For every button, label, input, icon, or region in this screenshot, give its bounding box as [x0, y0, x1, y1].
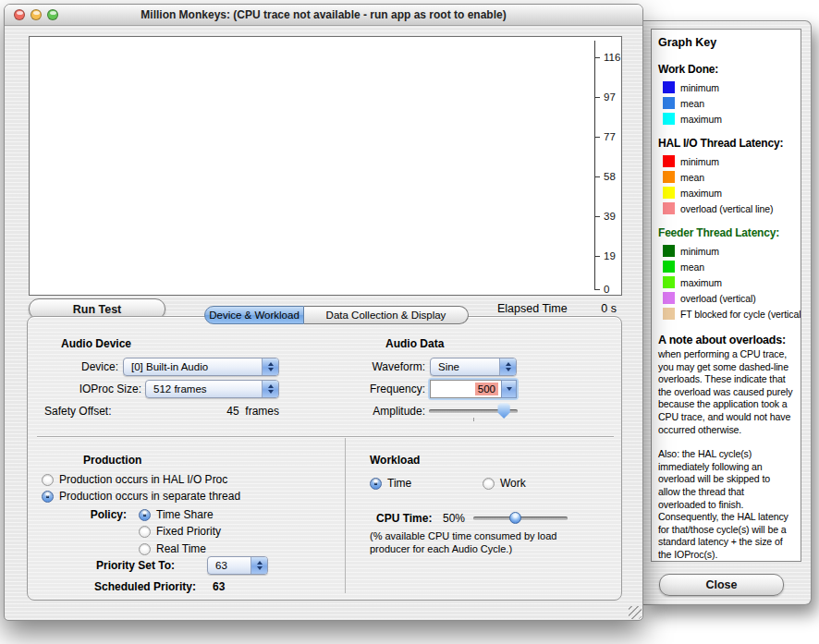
legend-swatch	[663, 113, 675, 125]
y-tick: 77	[594, 131, 616, 142]
cpu-time-value: 50%	[443, 512, 465, 525]
legend-swatch	[663, 292, 675, 304]
legend-item: minimum	[658, 79, 793, 95]
legend-item: minimum	[658, 243, 793, 259]
cpu-time-slider[interactable]	[473, 516, 568, 520]
frequency-combo[interactable]: 500	[430, 380, 517, 398]
legend-section-header-hal-latency: HAL I/O Thread Latency:	[658, 137, 793, 150]
overloads-note-paragraph-1: when performing a CPU trace, you may get…	[658, 348, 793, 436]
frequency-dropdown-icon[interactable]	[501, 380, 517, 398]
audio-data-header: Audio Data	[385, 337, 444, 350]
divider	[345, 438, 346, 593]
legend-swatch	[663, 276, 675, 288]
legend-swatch	[663, 187, 675, 199]
legend-item: overload (vertical line)	[658, 200, 793, 216]
tab-data-collection-display[interactable]: Data Collection & Display	[304, 306, 469, 324]
legend-item: FT blocked for cycle (vertical)	[658, 306, 793, 322]
cpu-time-label: CPU Time:	[376, 512, 432, 525]
graph-key-drawer: Graph Key Work Done: minimum mean maximu…	[642, 20, 812, 605]
waveform-popup[interactable]: Sine	[430, 358, 517, 376]
y-tick: 0	[594, 284, 609, 295]
graph-key-panel: Graph Key Work Done: minimum mean maximu…	[651, 29, 801, 562]
graph-key-title: Graph Key	[658, 36, 793, 49]
legend-swatch	[663, 261, 675, 273]
tab-bar: Device & Workload Data Collection & Disp…	[204, 306, 469, 324]
radio-workload-time[interactable]	[370, 478, 382, 490]
device-label: Device:	[81, 360, 118, 373]
priority-popup[interactable]: 63	[207, 556, 268, 575]
ioproc-size-popup[interactable]: 512 frames	[145, 380, 279, 398]
amplitude-slider[interactable]	[429, 409, 518, 413]
legend-section-header-feeder-latency: Feeder Thread Latency:	[658, 226, 793, 239]
amplitude-slider-thumb[interactable]	[497, 403, 511, 419]
audio-device-header: Audio Device	[61, 337, 131, 350]
legend-swatch	[663, 202, 675, 214]
radio-policy-fixed-priority[interactable]	[139, 526, 151, 538]
legend-swatch	[663, 155, 675, 167]
close-window-icon[interactable]	[14, 9, 25, 20]
y-tick: 58	[594, 171, 616, 182]
device-workload-panel: Audio Device Device: [0] Built-in Audio …	[27, 316, 622, 601]
elapsed-time-value: 0 s	[601, 302, 617, 315]
radio-production-hal[interactable]	[42, 474, 54, 486]
desktop: Graph Key Work Done: minimum mean maximu…	[0, 0, 819, 644]
overloads-note-paragraph-2: Also: the HAL cycle(s) immediately follo…	[658, 448, 793, 561]
close-button[interactable]: Close	[659, 574, 784, 596]
graph-plot-area: 116 97 77 58 39 19 0	[29, 36, 622, 296]
elapsed-time-label: Elapsed Time	[497, 302, 568, 315]
legend-section-header-work-done: Work Done:	[658, 63, 793, 76]
amplitude-slider-tick	[473, 418, 474, 421]
popup-stepper-icon	[262, 358, 278, 375]
popup-stepper-icon	[251, 557, 267, 574]
waveform-label: Waveform:	[372, 360, 425, 373]
minimize-window-icon[interactable]	[31, 9, 42, 20]
y-tick: 19	[594, 250, 616, 261]
legend-item: mean	[658, 169, 793, 185]
main-window: Million Monkeys: (CPU trace not availabl…	[4, 4, 643, 621]
legend-item: maximum	[658, 274, 793, 290]
radio-workload-work[interactable]	[483, 478, 495, 490]
y-tick: 116	[594, 52, 620, 63]
cpu-time-slider-thumb[interactable]	[509, 512, 521, 524]
production-header: Production	[83, 454, 141, 467]
frequency-field[interactable]: 500	[430, 380, 501, 398]
legend-swatch	[663, 81, 675, 93]
zoom-window-icon[interactable]	[47, 9, 58, 20]
legend-item: overload (vertical)	[658, 290, 793, 306]
legend-item: mean	[658, 259, 793, 274]
window-title: Million Monkeys: (CPU trace not availabl…	[60, 5, 587, 25]
popup-stepper-icon	[499, 358, 516, 375]
y-tick: 39	[594, 211, 616, 222]
radio-production-thread[interactable]	[42, 491, 54, 503]
frequency-value: 500	[475, 383, 498, 395]
title-bar[interactable]: Million Monkeys: (CPU trace not availabl…	[5, 5, 642, 26]
scheduled-priority-value: 63	[213, 580, 225, 593]
tab-device-workload[interactable]: Device & Workload	[204, 306, 304, 324]
legend-swatch	[663, 171, 675, 183]
safety-offset-label: Safety Offset:	[44, 405, 111, 418]
radio-policy-time-share[interactable]	[139, 509, 151, 521]
legend-swatch	[663, 308, 675, 320]
policy-label: Policy:	[91, 508, 127, 521]
divider	[37, 436, 614, 438]
radio-policy-real-time[interactable]	[139, 543, 151, 555]
cpu-time-note: (% available CPU time consumed by load p…	[370, 530, 556, 555]
legend-swatch	[663, 245, 675, 257]
priority-set-to-label: Priority Set To:	[96, 559, 175, 572]
ioproc-size-label: IOProc Size:	[79, 383, 141, 395]
y-tick: 97	[594, 91, 616, 103]
device-popup[interactable]: [0] Built-in Audio	[123, 358, 279, 376]
legend-item: maximum	[658, 111, 793, 127]
safety-offset-value: 45 frames	[226, 405, 279, 418]
scheduled-priority-label: Scheduled Priority:	[94, 580, 196, 593]
resize-grip[interactable]	[629, 606, 642, 619]
workload-header: Workload	[370, 454, 420, 467]
legend-swatch	[663, 97, 675, 109]
popup-stepper-icon	[262, 381, 278, 397]
legend-item: minimum	[658, 153, 793, 169]
amplitude-label: Amplitude:	[373, 405, 425, 418]
frequency-label: Frequency:	[370, 383, 425, 395]
legend-item: maximum	[658, 185, 793, 200]
overloads-note-heading: A note about overloads:	[658, 334, 793, 346]
legend-item: mean	[658, 95, 793, 111]
